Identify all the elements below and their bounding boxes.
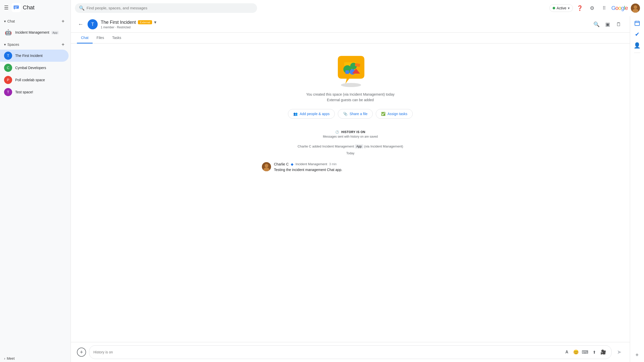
status-indicator[interactable]: Active ▾ (549, 4, 573, 12)
sidebar-item-incident-management[interactable]: 🤖 Incident Management App (0, 26, 69, 38)
message-input[interactable] (93, 350, 561, 354)
space-label: Test space! (15, 90, 33, 94)
meet-section-label: › Meet (4, 356, 15, 360)
panel-add-button[interactable]: + (632, 350, 642, 360)
chat-title-row: The First Incident External ▾ (101, 19, 588, 25)
tasks-icon: ✔ (635, 31, 639, 38)
status-dot (553, 7, 555, 9)
upload-icon: ⬆ (593, 350, 596, 355)
start-chat-button[interactable]: + (59, 18, 67, 25)
thread-panel-button[interactable]: ▣ (603, 19, 613, 29)
system-message: Charlie C added Incident Management App … (298, 144, 403, 148)
help-button[interactable]: ❓ (575, 3, 585, 13)
welcome-external-text: External guests can be added (306, 97, 394, 103)
tasks-icon-button[interactable]: ✔ (632, 29, 642, 39)
search-icon: 🔍 (593, 21, 600, 27)
sidebar: ☰ Chat ▾ Chat + 🤖 Incident Management Ap… (0, 0, 71, 362)
share-file-label: Share a file (349, 112, 367, 116)
user-avatar[interactable] (631, 4, 640, 13)
settings-button[interactable]: ⚙ (587, 3, 597, 13)
apps-button[interactable]: ⠿ (599, 3, 609, 13)
tab-tasks[interactable]: Tasks (108, 33, 125, 44)
send-button[interactable]: ➤ (615, 348, 624, 357)
hamburger-icon[interactable]: ☰ (4, 5, 9, 11)
status-text: Active (557, 6, 566, 10)
meet-section-header[interactable]: › Meet (0, 354, 71, 362)
format-text-button[interactable]: A (563, 348, 571, 356)
input-icons: A 😊 ⌨ ⬆ 🎥 (563, 348, 607, 356)
keyboard-button[interactable]: ⌨ (581, 348, 589, 356)
chat-avatar: T (88, 19, 98, 29)
search-input[interactable] (87, 6, 253, 10)
people-icon-button[interactable]: 👤 (632, 40, 642, 51)
plus-icon: + (80, 349, 83, 355)
today-divider: Today (346, 152, 354, 155)
assign-tasks-label: Assign tasks (387, 112, 407, 116)
welcome-text: You created this space (via Incident Man… (306, 92, 394, 103)
spaces-section-label: ▾ Spaces (4, 42, 19, 47)
input-area: + A 😊 ⌨ ⬆ 🎥 (71, 342, 630, 362)
sidebar-item-cymbal-developers[interactable]: C Cymbal Developers (0, 62, 69, 74)
tab-files[interactable]: Files (93, 33, 108, 44)
tab-chat[interactable]: Chat (77, 33, 93, 44)
sidebar-item-test-space[interactable]: T Test space! (0, 86, 69, 98)
create-space-button[interactable]: + (59, 41, 67, 48)
assign-tasks-button[interactable]: ✅ Assign tasks (376, 109, 413, 119)
message-text: Testing the incident management Chat app… (274, 167, 439, 173)
format-text-icon: A (565, 350, 568, 354)
history-icon: 🕐 (335, 130, 339, 134)
chat-title: The First Incident (101, 20, 136, 25)
search-icon: 🔍 (79, 5, 85, 11)
table-row: Charlie C ◆ Incident Management 3 min Te… (262, 162, 439, 173)
calendar-icon-button[interactable] (632, 18, 642, 28)
welcome-created-text: You created this space (via Incident Man… (306, 92, 394, 97)
sidebar-header: ☰ Chat (0, 0, 71, 15)
welcome-illustration (333, 55, 368, 88)
notes-icon: 🗒 (616, 22, 621, 27)
history-section: 🕐 HISTORY IS ON Messages sent with histo… (262, 130, 439, 138)
chat-logo-icon (12, 3, 21, 12)
chat-section-header[interactable]: ▾ Chat + (0, 15, 71, 26)
upload-button[interactable]: ⬆ (590, 348, 598, 356)
svg-rect-2 (14, 8, 17, 8)
panel-divider (634, 53, 640, 53)
share-file-button[interactable]: 📎 Share a file (338, 109, 373, 119)
video-button[interactable]: 🎥 (599, 348, 607, 356)
search-bar[interactable]: 🔍 (75, 3, 257, 13)
message-sender: Charlie C (274, 162, 289, 166)
chevron-down-icon: ▾ (4, 19, 6, 23)
history-badge: 🕐 HISTORY IS ON (262, 130, 439, 134)
chevron-down-icon: ▾ (4, 42, 6, 47)
assign-tasks-icon: ✅ (381, 112, 385, 116)
svg-point-20 (265, 164, 268, 167)
add-people-apps-button[interactable]: 👥 Add people & apps (288, 109, 335, 119)
chat-search-button[interactable]: 🔍 (591, 19, 601, 29)
sidebar-item-poll-codelab[interactable]: P Poll codelab space (0, 74, 69, 86)
avatar-image (631, 4, 640, 13)
back-icon: ← (78, 21, 84, 27)
topbar: 🔍 Active ▾ ❓ ⚙ ⠿ Google (71, 0, 644, 16)
robot-icon: 🤖 (4, 28, 12, 36)
history-badge-text: HISTORY IS ON (341, 130, 365, 134)
right-panel: ✔ 👤 + (630, 16, 644, 362)
incident-chip: Incident Management (296, 162, 327, 166)
sidebar-item-the-first-incident[interactable]: T The First Incident (0, 50, 69, 62)
chat-title-chevron[interactable]: ▾ (154, 19, 156, 25)
message-input-container: A 😊 ⌨ ⬆ 🎥 (89, 345, 612, 359)
app-badge: App (51, 31, 59, 34)
chat-body: You created this space (via Incident Man… (71, 44, 630, 342)
back-button[interactable]: ← (77, 20, 85, 29)
emoji-icon: 😊 (573, 349, 579, 355)
keyboard-icon: ⌨ (582, 349, 588, 355)
chat-info: The First Incident External ▾ 1 member ·… (101, 19, 588, 29)
main-content: ← T The First Incident External ▾ 1 memb… (71, 16, 630, 362)
add-attachment-button[interactable]: + (77, 348, 86, 357)
space-label: The First Incident (15, 54, 43, 58)
notes-button[interactable]: 🗒 (614, 19, 624, 29)
google-logo: Google (611, 5, 628, 11)
thread-icon: ▣ (605, 21, 610, 27)
emoji-button[interactable]: 😊 (572, 348, 580, 356)
history-subtext: Messages sent with history on are saved (262, 135, 439, 138)
chat-header: ← T The First Incident External ▾ 1 memb… (71, 16, 630, 33)
spaces-section-header[interactable]: ▾ Spaces + (0, 38, 71, 50)
